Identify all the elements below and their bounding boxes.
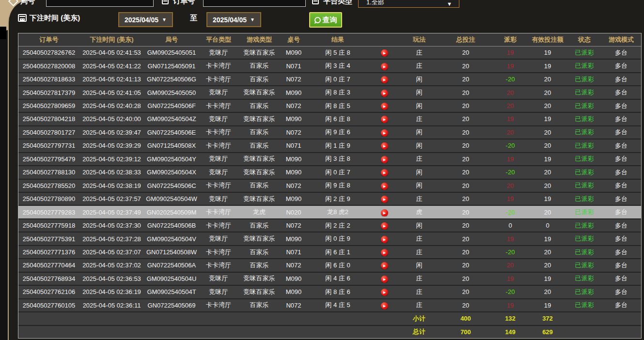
round-input[interactable] xyxy=(46,0,154,7)
table-row[interactable]: 2504050277704642025-04-05 02:37:02GN0722… xyxy=(18,258,641,271)
table-row[interactable]: 2504050277855202025-04-05 02:38:19GN0722… xyxy=(18,179,641,192)
cell-bet: 闲 xyxy=(400,102,439,110)
table-row[interactable]: 2504050277954792025-04-05 02:39:12GM0902… xyxy=(18,152,641,165)
play-video-icon[interactable] xyxy=(381,276,388,283)
cell-total_bet: 20 xyxy=(439,89,493,96)
cell-mode: 多台 xyxy=(601,128,641,137)
play-video-icon[interactable] xyxy=(381,302,388,309)
cell-play xyxy=(369,102,400,110)
cell-total_bet: 20 xyxy=(439,115,493,123)
cell-platform: 卡卡湾厅 xyxy=(199,141,238,150)
cell-round: GM0902540504W xyxy=(144,195,199,202)
cell-payout: -20 xyxy=(493,76,528,83)
cell-time: 2025-04-05 02:40:00 xyxy=(79,115,144,123)
column-header-mode: 游戏模式 xyxy=(601,35,641,44)
play-video-icon[interactable] xyxy=(381,262,388,269)
column-header-status: 状态 xyxy=(567,35,601,44)
table-row[interactable]: 2504050278186332025-04-05 02:41:13GN0722… xyxy=(18,72,641,85)
play-video-icon[interactable] xyxy=(381,63,388,70)
cell-valid_bet: 19 xyxy=(528,302,567,309)
cell-time: 2025-04-05 02:36:53 xyxy=(79,275,144,282)
grand-total-row: 总计700149629 xyxy=(18,325,641,338)
cell-platform: 竞咪厅 xyxy=(199,168,238,177)
cell-mode: 多台 xyxy=(601,288,641,296)
cell-status: 已派彩 xyxy=(567,261,601,270)
table-row[interactable]: 2504050277977312025-04-05 02:39:29GN0712… xyxy=(18,139,641,152)
cell-table_no: M090 xyxy=(281,275,307,282)
date-from-select[interactable]: 2025/04/05 ▼ xyxy=(118,12,173,27)
search-icon xyxy=(314,17,321,23)
play-video-icon[interactable] xyxy=(381,183,388,190)
chevron-down-icon: ▼ xyxy=(447,1,452,7)
play-video-icon[interactable] xyxy=(381,90,388,97)
cell-total_bet: 20 xyxy=(439,129,493,136)
cell-platform: 竞咪厅 xyxy=(199,115,238,124)
play-video-icon[interactable] xyxy=(381,49,388,57)
play-video-icon[interactable] xyxy=(381,169,388,176)
cell-platform: 卡卡湾厅 xyxy=(199,221,238,230)
cell-table_no: N072 xyxy=(281,222,307,229)
table-row[interactable]: 2504050277759182025-04-05 02:37:30GN0722… xyxy=(18,218,641,232)
table-row[interactable]: 2504050278267622025-04-05 02:41:53GM0902… xyxy=(18,46,641,59)
bet-time-label: 下注时间 (美东) xyxy=(30,13,80,23)
play-video-icon[interactable] xyxy=(381,116,388,123)
play-video-icon[interactable] xyxy=(381,142,388,150)
play-video-icon[interactable] xyxy=(381,103,388,110)
cell-total_bet: 20 xyxy=(439,155,493,163)
play-video-icon[interactable] xyxy=(381,129,388,137)
cell-payout: 19 xyxy=(493,195,528,202)
cell-round: GN0722540506C xyxy=(144,182,199,189)
play-video-icon[interactable] xyxy=(381,236,388,243)
column-header-total_bet: 总投注 xyxy=(439,35,493,44)
play-video-icon[interactable] xyxy=(381,209,388,216)
search-button[interactable]: 查询 xyxy=(309,12,342,28)
column-header-time: 下注时间 (美东) xyxy=(79,35,144,44)
platform-select[interactable]: 1.全部 ▼ xyxy=(358,0,459,8)
table-row[interactable]: 2504050277621062025-04-05 02:36:19GM0902… xyxy=(18,285,641,298)
table-row[interactable]: 2504050277713762025-04-05 02:37:07GN0712… xyxy=(18,245,641,258)
bet-records-table: 订单号下注时间 (美东)局号平台类型游戏类型桌号结果玩法总投注派彩有效投注额状态… xyxy=(18,33,642,339)
play-video-icon[interactable] xyxy=(381,249,388,256)
cell-status: 已派彩 xyxy=(567,301,601,309)
cell-table_no: M090 xyxy=(281,195,307,202)
cell-status: 已派彩 xyxy=(567,128,601,137)
cell-time: 2025-04-05 02:38:33 xyxy=(79,169,144,176)
play-video-icon[interactable] xyxy=(381,196,388,203)
table-row[interactable]: 2504050278017272025-04-05 02:39:47GN0722… xyxy=(18,125,641,139)
cell-total_bet: 20 xyxy=(439,288,493,295)
table-row[interactable]: 2504050277689342025-04-05 02:36:53GM0902… xyxy=(18,272,641,285)
table-row[interactable]: 2504050278173792025-04-05 02:41:05GM0902… xyxy=(18,85,641,98)
cell-mode: 多台 xyxy=(601,88,641,97)
cell-mode: 多台 xyxy=(601,195,641,203)
table-row[interactable]: 2504050278200082025-04-05 02:41:22GN0712… xyxy=(18,59,641,72)
table-row[interactable]: 2504050277808902025-04-05 02:37:57GM0902… xyxy=(18,192,641,205)
to-label: 至 xyxy=(190,13,197,23)
cell-payout: 19 xyxy=(493,49,528,56)
cell-time: 2025-04-05 02:37:02 xyxy=(79,262,144,269)
table-row[interactable]: 2504050278042182025-04-05 02:40:00GM0902… xyxy=(18,112,641,125)
cell-game_type: 百家乐 xyxy=(238,62,281,70)
order-input[interactable] xyxy=(203,0,306,7)
table-row-selected[interactable]: 2504050277792832025-04-05 02:37:49GN0202… xyxy=(18,205,641,218)
play-video-icon[interactable] xyxy=(381,289,388,296)
cell-order: 250405027809659 xyxy=(18,102,79,109)
play-video-icon[interactable] xyxy=(381,222,388,230)
cell-status: 已派彩 xyxy=(567,115,601,124)
play-video-icon[interactable] xyxy=(381,156,388,163)
cell-bet: 庄 xyxy=(400,301,439,309)
table-row[interactable]: 2504050278096592025-04-05 02:40:28GN0722… xyxy=(18,99,641,112)
table-row[interactable]: 2504050277601052025-04-05 02:36:11GN0722… xyxy=(18,298,641,311)
table-row[interactable]: 2504050277881302025-04-05 02:38:33GM0902… xyxy=(18,165,641,178)
cell-platform: 竞咪厅 xyxy=(199,48,238,57)
table-row[interactable]: 2504050277753912025-04-05 02:37:28GM0902… xyxy=(18,232,641,245)
cell-play xyxy=(369,48,400,57)
date-to-select[interactable]: 2025/04/05 ▼ xyxy=(206,12,261,27)
cell-table_no: M090 xyxy=(281,288,307,295)
platform-list-icon xyxy=(312,0,319,4)
chevron-down-icon: ▼ xyxy=(250,17,255,22)
cell-round: GN0712540508X xyxy=(144,142,199,149)
play-video-icon[interactable] xyxy=(381,76,388,83)
calendar-icon xyxy=(18,14,27,22)
cell-platform: 卡卡湾厅 xyxy=(199,62,238,70)
cell-order: 250405027779283 xyxy=(18,209,79,216)
